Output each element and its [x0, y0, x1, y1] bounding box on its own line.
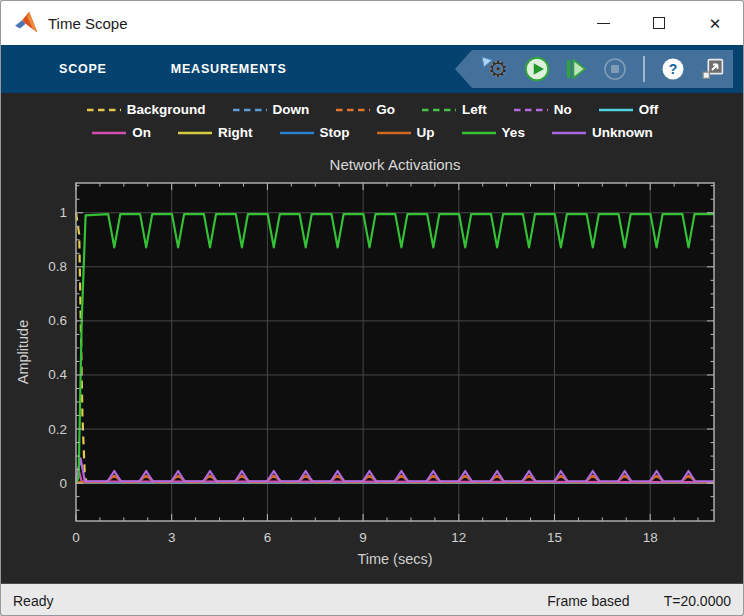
stop-icon [603, 57, 627, 81]
legend-label: No [554, 102, 572, 117]
frame-mode-label: Frame based [547, 593, 629, 609]
legend-row: OnRightStopUpYesUnknown [1, 121, 743, 144]
legend-row: BackgroundDownGoLeftNoOff [1, 98, 743, 121]
svg-text:0: 0 [59, 476, 67, 491]
legend-item-right[interactable]: Right [177, 125, 253, 140]
tab-scope[interactable]: SCOPE [59, 45, 107, 93]
legend-label: Off [639, 102, 659, 117]
step-forward-button[interactable] [563, 56, 589, 82]
svg-text:?: ? [669, 61, 678, 77]
time-scope-window: Time Scope ✕ SCOPE MEASUREMENTS ⚙ [0, 0, 744, 616]
legend-line-sample [232, 107, 268, 113]
toolstrip: SCOPE MEASUREMENTS ⚙ [1, 45, 743, 93]
titlebar: Time Scope ✕ [1, 1, 743, 45]
status-bar: Ready Frame based T=20.0000 [1, 583, 743, 616]
legend-item-yes[interactable]: Yes [461, 125, 525, 140]
step-forward-icon [564, 57, 588, 81]
legend-line-sample [376, 130, 412, 136]
y-axis-label: Amplitude [15, 320, 31, 384]
legend-line-sample [598, 107, 634, 113]
legend-label: Unknown [592, 125, 653, 140]
legend-item-no[interactable]: No [513, 102, 572, 117]
legend-label: Down [273, 102, 310, 117]
maximize-icon [653, 17, 665, 29]
legend-label: Yes [502, 125, 525, 140]
legend-line-sample [177, 130, 213, 136]
toolbar-separator [643, 56, 645, 82]
svg-text:9: 9 [359, 530, 367, 545]
legend-label: Left [462, 102, 487, 117]
undock-icon [700, 57, 725, 82]
legend-item-stop[interactable]: Stop [279, 125, 350, 140]
legend-item-down[interactable]: Down [232, 102, 310, 117]
help-icon: ? [661, 57, 685, 81]
svg-text:15: 15 [547, 530, 562, 545]
legend-line-sample [461, 130, 497, 136]
chart-title: Network Activations [330, 156, 461, 173]
svg-text:0.2: 0.2 [48, 422, 67, 437]
legend-label: Go [376, 102, 395, 117]
matlab-logo-icon [14, 10, 40, 36]
svg-text:0: 0 [72, 530, 80, 545]
legend-line-sample [91, 130, 127, 136]
blue-flag-icon [481, 56, 494, 69]
x-axis-label: Time (secs) [357, 551, 432, 567]
svg-text:6: 6 [264, 530, 272, 545]
window-title: Time Scope [48, 15, 127, 32]
svg-text:0.4: 0.4 [48, 367, 67, 382]
svg-text:18: 18 [643, 530, 658, 545]
svg-text:12: 12 [451, 530, 466, 545]
legend-line-sample [513, 107, 549, 113]
simulation-controls-banner: ⚙ [455, 50, 733, 88]
svg-text:0.8: 0.8 [48, 259, 67, 274]
svg-text:1: 1 [59, 205, 67, 220]
legend-line-sample [421, 107, 457, 113]
legend-item-off[interactable]: Off [598, 102, 659, 117]
legend-line-sample [86, 107, 122, 113]
minimize-button[interactable] [575, 1, 631, 45]
close-icon: ✕ [709, 16, 722, 31]
plot-panel: Network Activations Time (secs) Amplitud… [1, 146, 743, 583]
play-icon [524, 56, 550, 82]
legend-item-background[interactable]: Background [86, 102, 206, 117]
simulation-settings-button[interactable]: ⚙ [485, 56, 511, 82]
tab-measurements[interactable]: MEASUREMENTS [171, 45, 287, 93]
maximize-button[interactable] [631, 1, 687, 45]
scope-chart[interactable]: Network Activations Time (secs) Amplitud… [1, 146, 744, 583]
legend-item-up[interactable]: Up [376, 125, 435, 140]
legend-label: Right [218, 125, 253, 140]
close-button[interactable]: ✕ [687, 1, 743, 45]
legend-item-go[interactable]: Go [335, 102, 395, 117]
svg-text:3: 3 [168, 530, 176, 545]
stop-button[interactable] [602, 56, 628, 82]
legend-item-unknown[interactable]: Unknown [551, 125, 653, 140]
legend-panel: BackgroundDownGoLeftNoOffOnRightStopUpYe… [1, 93, 743, 146]
legend-label: On [132, 125, 151, 140]
legend-line-sample [279, 130, 315, 136]
sim-time-label: T=20.0000 [664, 593, 731, 609]
help-button[interactable]: ? [660, 56, 686, 82]
legend-item-on[interactable]: On [91, 125, 151, 140]
minimize-icon [597, 23, 610, 24]
status-text: Ready [13, 593, 53, 609]
legend-item-left[interactable]: Left [421, 102, 487, 117]
legend-label: Stop [320, 125, 350, 140]
svg-text:0.6: 0.6 [48, 313, 67, 328]
legend-label: Background [127, 102, 206, 117]
legend-line-sample [551, 130, 587, 136]
legend-label: Up [417, 125, 435, 140]
legend-line-sample [335, 107, 371, 113]
run-button[interactable] [524, 56, 550, 82]
undock-button[interactable] [699, 56, 725, 82]
